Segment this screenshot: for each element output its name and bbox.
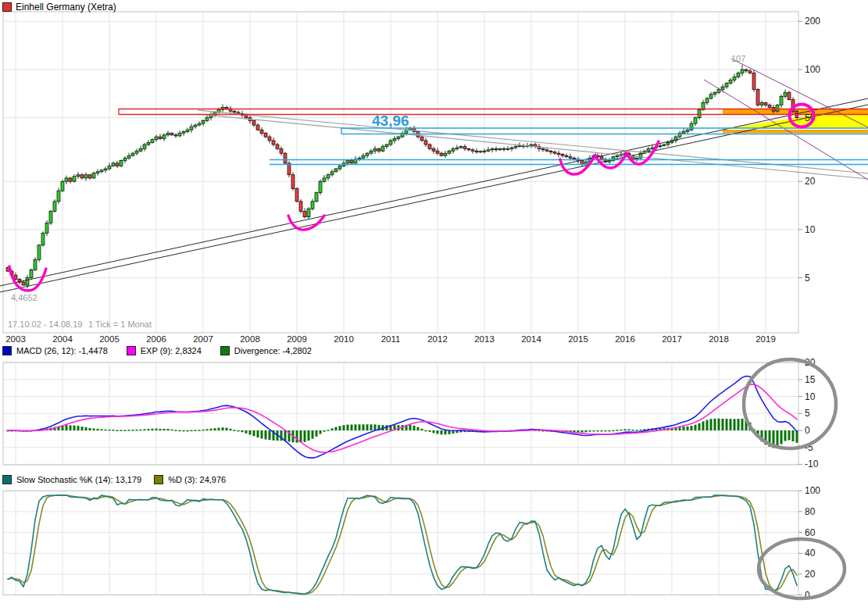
x-axis-year-label: 2008 (240, 334, 260, 344)
x-axis-year-label: 2011 (381, 334, 401, 344)
grid-lines (3, 12, 798, 595)
x-axis-year-label: 2012 (427, 334, 448, 344)
y-axis-tick-label: 10 (805, 391, 816, 402)
peak-price-label: 107 (731, 54, 745, 63)
y-axis-tick-label: 100 (805, 485, 820, 496)
gray-circle-stoch (759, 539, 845, 598)
all-time-low-label: 4,4652 (11, 293, 38, 302)
y-axis-tick-label: 10 (805, 224, 816, 235)
y-axis-tick-label: 20 (805, 569, 816, 580)
candlesticks (6, 65, 798, 288)
x-axis-year-label: 2013 (474, 334, 495, 344)
x-axis-year-label: 2018 (709, 334, 729, 344)
x-axis-year-label: 2004 (52, 334, 73, 344)
series-color-swatch (2, 2, 12, 12)
x-axis-year-label: 2010 (334, 334, 354, 344)
date-range-label: 17.10.02 - 14.08.19 (8, 319, 82, 329)
y-axis-tick-label: 80 (805, 506, 816, 517)
titlebar: Einhell Germany (Xetra) (2, 2, 116, 12)
stochastic-legend: Slow Stochastic %K (14): 13,179 %D (3): … (2, 475, 238, 484)
x-axis-year-label: 2014 (521, 334, 541, 344)
y-axis-tick-label: 200 (805, 16, 820, 27)
x-axis-year-label: 2019 (755, 334, 776, 344)
y-axis-tick-label: 5 (805, 273, 810, 284)
stochastic-lines (8, 495, 797, 594)
stoch-k-line (8, 495, 797, 594)
x-axis-year-label: 2006 (146, 334, 166, 344)
x-axis-year-label: 2009 (287, 334, 307, 344)
y-axis-tick-label: -10 (805, 459, 819, 469)
macd-swatch (2, 346, 12, 355)
x-axis-year-label: 2005 (99, 334, 120, 344)
divergence-legend-label: Divergence: -4,2802 (234, 346, 312, 355)
stoch-d-legend-label: %D (3): 24,976 (168, 475, 226, 484)
tick-note-label: 1 Tick = 1 Monat (88, 319, 152, 329)
divergence-swatch (220, 346, 230, 355)
x-axis-year-label: 2007 (193, 334, 213, 344)
stoch-d-line (8, 495, 797, 594)
y-axis-tick-label: 100 (805, 64, 820, 75)
ascending-black-1 (0, 98, 868, 286)
yellow-triangle (720, 115, 868, 130)
stoch-d-legend-item: %D (3): 24,976 (154, 475, 226, 484)
divergence-legend-item: Divergence: -4,2802 (220, 346, 312, 355)
y-axis-tick-label: 5 (805, 408, 810, 419)
macd-lines (8, 377, 797, 459)
x-axis-year-label: 2003 (5, 334, 26, 344)
stoch-k-legend-item: Slow Stochastic %K (14): 13,179 (2, 475, 141, 484)
axis-labels: 200100502010520151050-5-1010080604020020… (5, 16, 820, 600)
x-axis-year-label: 2017 (662, 334, 682, 344)
exp-legend-item: EXP (9): 2,8324 (127, 346, 202, 355)
exp-swatch (127, 346, 136, 355)
stoch-d-swatch (154, 475, 163, 484)
y-axis-tick-label: 40 (805, 548, 816, 559)
macd-legend-item: MACD (26, 12): -1,4478 (2, 346, 108, 355)
resistance-price-label: 43,96 (372, 112, 409, 129)
x-axis-year-label: 2015 (568, 334, 588, 344)
macd-legend-label: MACD (26, 12): -1,4478 (16, 346, 108, 355)
macd-legend: MACD (26, 12): -1,4478 EXP (9): 2,8324 D… (2, 346, 330, 355)
macd-signal-line (8, 384, 797, 452)
chart-window: 200100502010520151050-5-1010080604020020… (0, 0, 868, 614)
y-axis-tick-label: 20 (805, 176, 816, 187)
macd-line (8, 377, 797, 459)
chart-title: Einhell Germany (Xetra) (16, 2, 116, 12)
y-axis-tick-label: 0 (805, 425, 810, 436)
y-axis-tick-label: 60 (805, 527, 816, 538)
stoch-k-swatch (2, 475, 12, 484)
x-axis-year-label: 2016 (615, 334, 635, 344)
exp-legend-label: EXP (9): 2,8324 (141, 346, 202, 355)
chart-canvas: 200100502010520151050-5-1010080604020020… (0, 0, 868, 614)
annotation-lines (0, 59, 868, 292)
highlight-bands (720, 109, 868, 134)
stoch-k-legend-label: Slow Stochastic %K (14): 13,179 (16, 475, 141, 484)
y-axis-tick-label: 15 (805, 374, 816, 385)
